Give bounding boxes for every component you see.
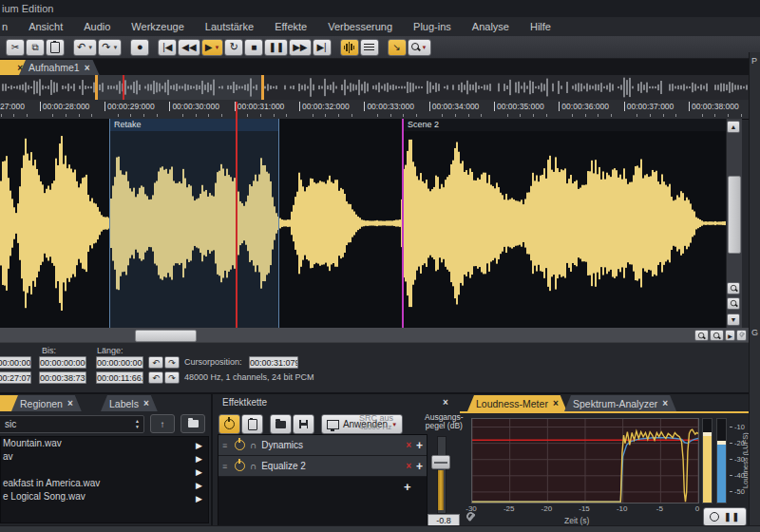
pause-meter-button[interactable]: ❚❚ (724, 512, 740, 522)
wrench-icon[interactable] (466, 512, 477, 523)
preview-play-icon[interactable]: ▶ (196, 492, 202, 505)
remove-effect-icon[interactable]: × (406, 461, 411, 471)
horizontal-scroll-thumb[interactable] (135, 330, 197, 342)
effect-power-icon[interactable] (235, 440, 245, 450)
redo-small-button2[interactable]: ↷ (164, 371, 180, 384)
menu-lautstrke[interactable]: Lautstärke (195, 17, 264, 36)
overview-marker-left[interactable] (95, 75, 98, 100)
close-icon[interactable]: × (143, 398, 149, 408)
tab-regionen[interactable]: Regionen × (11, 395, 82, 411)
waveform-display[interactable]: Retake Scene 2 (0, 119, 726, 328)
file-row[interactable]: Mountain.wav▶ (1, 437, 208, 450)
loop-button[interactable]: ↻ (224, 39, 243, 56)
copy-button[interactable]: ⧉ (26, 39, 45, 56)
dock-tab-p[interactable]: P (751, 56, 760, 66)
menu-ansicht[interactable]: Ansicht (18, 17, 73, 36)
von-field-row2[interactable]: 00:00:27:073 (0, 371, 31, 384)
close-icon[interactable]: × (553, 398, 559, 408)
cursorposition-field[interactable]: 00:00:31:079 (249, 356, 298, 369)
bis-field-row1[interactable]: 00:00:00:000 (39, 356, 86, 369)
menu-plug-ins[interactable]: Plug-ins (403, 17, 462, 36)
effects-list[interactable]: ≡∩Dynamics×+≡∩Equalize 2×+ (218, 434, 428, 528)
menu-verbesserung[interactable]: Verbesserung (317, 17, 403, 36)
von-field-row1[interactable]: 00:00:00:000 (0, 356, 31, 369)
redo-small-button[interactable]: ↷ (164, 356, 180, 369)
grip-icon[interactable]: ≡ (222, 462, 230, 471)
headphones-icon[interactable]: ∩ (250, 440, 256, 450)
undo-small-button[interactable]: ↶ (148, 356, 163, 369)
zoom-in-button[interactable] (694, 330, 709, 341)
headphones-icon[interactable]: ∩ (250, 461, 256, 471)
fx-power-button[interactable] (218, 414, 240, 434)
pause-button[interactable]: ❚❚ (264, 39, 288, 56)
overview-strip[interactable] (0, 75, 749, 101)
zoom-play-button[interactable]: ▶ (725, 330, 735, 341)
fx-save-button[interactable] (293, 414, 314, 434)
menu-audio[interactable]: Audio (73, 17, 121, 36)
remove-effect-icon[interactable]: × (406, 440, 411, 450)
doc-tab-aufnahme1[interactable]: Aufnahme1 × (19, 60, 100, 75)
file-row[interactable]: av▶ (1, 450, 208, 464)
wave-settings-button[interactable] (736, 330, 747, 341)
effect-power-icon[interactable] (235, 461, 245, 471)
cut-button[interactable]: ✂ (6, 39, 25, 56)
zoom-in-vertical-button[interactable] (727, 282, 740, 294)
effect-row[interactable]: ≡∩Dynamics×+ (218, 435, 427, 456)
horizontal-scrollbar[interactable] (0, 328, 760, 342)
waveform-view-button[interactable] (340, 39, 359, 56)
play-button[interactable]: ▶▼ (201, 39, 224, 56)
close-icon[interactable]: × (443, 397, 448, 408)
menu-hilfe[interactable]: Hilfe (520, 17, 561, 36)
undo-button[interactable]: ↶▼ (73, 39, 97, 56)
menu-effekte[interactable]: Effekte (264, 17, 317, 36)
record-button[interactable]: ● (130, 39, 149, 56)
folder-up-button[interactable]: ↑ (150, 414, 175, 433)
fx-new-button[interactable] (241, 414, 263, 434)
menu-werkzeuge[interactable]: Werkzeuge (121, 17, 194, 36)
laenge-field-row2[interactable]: 00:00:11:662 (96, 371, 143, 384)
fx-open-button[interactable] (270, 414, 292, 434)
zoom-tool-button[interactable]: ▼ (408, 39, 431, 56)
menu-n[interactable]: n (0, 17, 18, 36)
add-effect-icon[interactable]: + (416, 460, 423, 473)
file-row[interactable]: eakfast in America.wav▶ (1, 477, 208, 490)
file-row[interactable]: e Logical Song.wav▶ (1, 490, 208, 504)
dock-tab-g[interactable]: G (751, 328, 760, 337)
effect-row[interactable]: ≡∩Equalize 2×+ (218, 456, 427, 477)
list-view-button[interactable] (360, 39, 379, 56)
folder-dropdown[interactable]: sic ▲▼ (0, 415, 144, 433)
paste-button[interactable] (46, 39, 65, 56)
selection-region[interactable]: Retake (109, 119, 279, 328)
stop-button[interactable]: ■ (244, 39, 263, 56)
tab-labels[interactable]: Labels × (101, 395, 158, 411)
zoom-out-vertical-button[interactable] (727, 297, 740, 310)
file-row[interactable]: ▶ (1, 464, 208, 477)
scene2-marker-line[interactable] (402, 119, 404, 328)
skip-end-button[interactable]: ▶| (313, 39, 332, 56)
open-folder-button[interactable] (180, 414, 205, 433)
scroll-down-button[interactable]: ▼ (727, 314, 740, 326)
laenge-field-row1[interactable]: 00:00:00:000 (96, 356, 143, 369)
edit-tool-button[interactable]: ↘ (388, 39, 407, 56)
zoom-out-button[interactable] (710, 330, 724, 341)
right-dock-strip[interactable]: P G (749, 52, 760, 532)
tab-loudness-meter[interactable]: Loudness-Meter × (467, 395, 567, 411)
skip-start-button[interactable]: |◀ (158, 39, 177, 56)
tab-spektrum-analyzer[interactable]: Spektrum-Analyzer × (564, 395, 676, 411)
redo-button[interactable]: ↷▼ (98, 39, 122, 56)
scroll-up-button[interactable]: ▲ (727, 121, 740, 133)
reset-button[interactable] (710, 508, 719, 525)
overview-marker-right[interactable] (261, 75, 264, 100)
close-icon[interactable]: × (662, 398, 668, 408)
file-list[interactable]: Mountain.wav▶av▶▶eakfast in America.wav▶… (0, 436, 209, 523)
forward-button[interactable]: ▶▶ (289, 39, 311, 56)
bis-field-row2[interactable]: 00:00:38:735 (39, 371, 86, 384)
timeline-ruler[interactable]: 00:00:27:00000:00:28:00000:00:29:00000:0… (0, 100, 749, 120)
close-icon[interactable]: × (67, 398, 73, 408)
vertical-scroll-thumb[interactable] (728, 176, 741, 254)
menu-analyse[interactable]: Analyse (462, 17, 520, 36)
overview-viewport[interactable] (95, 75, 264, 100)
add-effect-icon[interactable]: + (416, 439, 423, 452)
rewind-button[interactable]: ◀◀ (178, 39, 200, 56)
undo-small-button2[interactable]: ↶ (148, 371, 163, 384)
